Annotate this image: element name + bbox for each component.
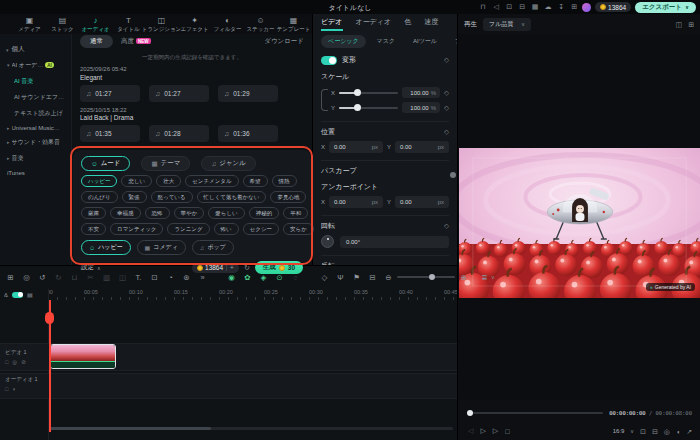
keyframe-icon[interactable]: ◇ [444, 222, 449, 230]
mood-tag[interactable]: 情熱 [272, 175, 297, 187]
music-item[interactable]: ♫ 01:28 [149, 125, 209, 142]
sidebar-item[interactable]: テキスト読み上げ [0, 105, 71, 121]
store-icon[interactable]: ⊓ [479, 3, 487, 11]
keyframe-icon[interactable]: ◇ [444, 89, 449, 97]
scale-x-slider[interactable] [339, 92, 398, 94]
scale-y-value[interactable]: 100.00% [402, 102, 440, 113]
sidebar-item[interactable]: AI 音楽 [0, 73, 71, 89]
add-credits-button[interactable]: + [226, 264, 234, 271]
zoom-out-icon[interactable]: ⊖ [384, 273, 393, 282]
sidebar-item[interactable]: AI サウンドエフェ… [0, 89, 71, 105]
mood-tag[interactable]: 恐怖 [145, 207, 170, 219]
music-item[interactable]: ♫ 01:27 [80, 85, 140, 102]
cloud-upload-icon[interactable]: ☁ [544, 3, 552, 11]
share-icon[interactable]: ◁ [492, 3, 500, 11]
media-tab[interactable]: ▤ ストック [46, 14, 79, 34]
mood-tag[interactable]: 悲しい [121, 175, 152, 187]
redo-icon[interactable]: ↻ [54, 273, 63, 282]
mood-tag[interactable]: のんびり [81, 191, 118, 203]
anchor-x-input[interactable]: 0.00px [329, 196, 383, 208]
marker-icon[interactable]: ⚑ [352, 273, 361, 282]
anchor-y-input[interactable]: 0.00px [395, 196, 449, 208]
sidebar-item[interactable]: iTunes [0, 166, 71, 179]
sidebar-item[interactable]: ▸ 音楽 [0, 150, 71, 166]
generate-button[interactable]: 生成30 [255, 261, 303, 274]
properties-subtab[interactable]: マスク [370, 35, 402, 48]
mood-tag[interactable]: 安らか [283, 223, 314, 235]
music-item[interactable]: ♫ 01:29 [218, 85, 278, 102]
mood-tag[interactable]: 幸福感 [110, 207, 141, 219]
mood-tag[interactable]: ロマンティック [110, 223, 163, 235]
credits-badge[interactable]: 13864 [595, 2, 631, 12]
aspect-ratio[interactable]: 16:9 [613, 428, 625, 434]
properties-subtab[interactable]: AIツール [406, 35, 444, 48]
download-link[interactable]: ダウンロード [264, 37, 304, 46]
volume-icon[interactable]: ◖ [12, 386, 15, 392]
sidebar-section-personal[interactable]: ▾ 個人 [0, 42, 71, 57]
mood-tag[interactable]: セクシー [243, 223, 279, 235]
preview-scrubber[interactable] [468, 412, 603, 414]
generator-category-tab[interactable]: ▦ テーマ [141, 156, 190, 171]
fullscreen-icon[interactable]: ↗ [686, 428, 692, 435]
mood-tag[interactable]: 平和 [283, 207, 308, 219]
grid-view-icon[interactable]: ⊞ [688, 21, 694, 28]
undo-icon[interactable]: ↺ [38, 273, 47, 282]
keyframe-icon[interactable]: ◇ [444, 128, 449, 136]
feedback-icon[interactable]: ⊡ [505, 3, 513, 11]
mood-tag[interactable]: センチメンタル [185, 175, 238, 187]
scale-y-slider[interactable] [339, 107, 398, 109]
music-item[interactable]: ♫ 01:36 [218, 125, 278, 142]
track-manager-button[interactable]: ≣∨ [480, 273, 495, 282]
generator-category-tab[interactable]: ☺ ムード [81, 156, 130, 171]
export-button[interactable]: エクスポート∨ [635, 2, 696, 13]
music-item[interactable]: ♫ 01:35 [80, 125, 140, 142]
rotation-value[interactable]: 0.00° [340, 236, 449, 248]
settings-toggle[interactable]: 設定∧ [81, 263, 101, 272]
avatar[interactable] [582, 3, 591, 12]
position-y-input[interactable]: 0.00px [395, 141, 449, 153]
media-tab[interactable]: ◐ フィルター [211, 14, 244, 34]
voiceover-icon[interactable]: Ψ [336, 273, 345, 282]
keyframe-icon[interactable]: ◇ [320, 273, 329, 282]
scrollbar-handle[interactable] [50, 427, 211, 430]
quality-dropdown[interactable]: フル品質∨ [483, 18, 531, 31]
media-tab[interactable]: ☺ ステッカー [244, 14, 277, 34]
mood-tag[interactable]: 不安 [81, 223, 106, 235]
media-tab[interactable]: ▣ メディア [13, 14, 46, 34]
next-frame-icon[interactable]: ▷ [493, 427, 498, 435]
rotation-dial[interactable] [321, 235, 334, 248]
refresh-icon[interactable]: ↻ [244, 264, 250, 271]
properties-tab[interactable]: 速度 [424, 14, 438, 31]
mood-tag[interactable]: ランニング [167, 223, 209, 235]
apps-icon[interactable]: ⊞ [570, 3, 578, 11]
mood-tag[interactable]: 厳粛 [81, 207, 106, 219]
scrubber-playhead[interactable] [467, 410, 473, 416]
render-preview-icon[interactable]: ⊟ [368, 273, 377, 282]
delete-icon[interactable]: ⊔ [70, 273, 79, 282]
selected-tag-chip[interactable]: ☺ ハッピー [81, 240, 131, 255]
mute-icon[interactable]: ⊘ [21, 359, 26, 365]
tab-advanced[interactable]: 高度NEW [121, 37, 151, 46]
download-icon[interactable]: ↧ [557, 3, 565, 11]
link-tracks-icon[interactable]: & [4, 292, 8, 298]
snap-icon[interactable]: ⊞ [6, 273, 15, 282]
scale-x-value[interactable]: 100.00% [402, 87, 440, 98]
play-icon[interactable]: ▷ [480, 427, 485, 435]
properties-tab[interactable]: オーディオ [356, 14, 392, 31]
selected-tag-chip[interactable]: ♫ ポップ [192, 240, 234, 255]
mood-tag[interactable]: 神秘的 [249, 207, 280, 219]
media-library-icon[interactable]: ▦ [531, 3, 539, 11]
timeline-scrollbar[interactable] [50, 427, 453, 430]
properties-subtab[interactable]: ア [448, 35, 457, 48]
transform-toggle[interactable] [321, 56, 337, 65]
mood-tag[interactable]: 夢見心地 [270, 191, 306, 203]
media-tab[interactable]: T タイトル [112, 14, 145, 34]
mood-tag[interactable]: 怖い [214, 223, 239, 235]
sidebar-item[interactable]: ▸ Universal Music… [0, 121, 71, 134]
audio-track-lane[interactable] [0, 373, 457, 399]
properties-subtab[interactable]: ベーシック [321, 35, 366, 48]
properties-tab[interactable]: 色 [404, 14, 411, 31]
playhead-handle[interactable] [45, 312, 54, 324]
compare-view-icon[interactable]: ◫ [676, 21, 683, 28]
sidebar-item[interactable]: ▾ AI オーデ… AI [0, 57, 71, 73]
